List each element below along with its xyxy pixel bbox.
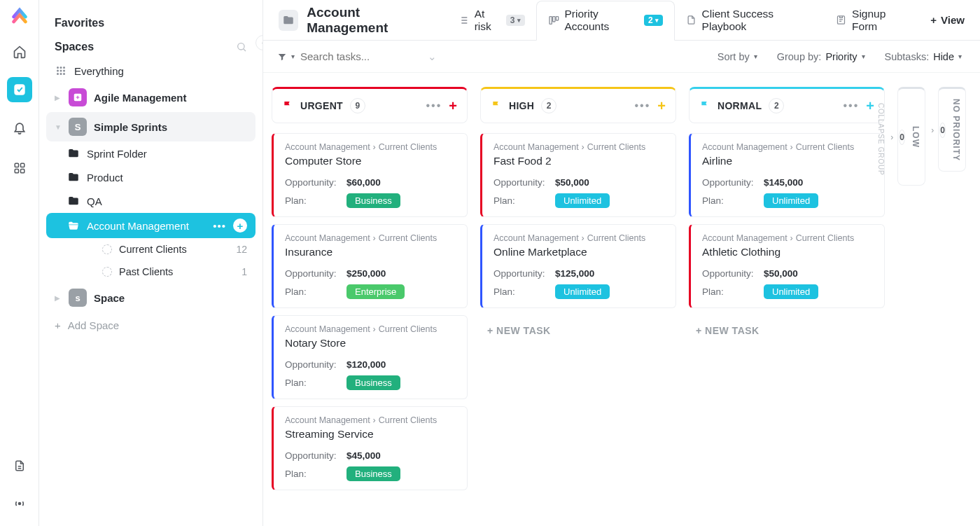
column-count: 0: [939, 123, 946, 138]
new-task-button[interactable]: + NEW TASK: [689, 315, 885, 346]
list-item[interactable]: Past Clients1: [46, 261, 255, 283]
space-label: Space: [94, 292, 125, 304]
group-by-button[interactable]: Group by:Priority▾: [767, 51, 875, 62]
column-add-icon[interactable]: +: [866, 98, 874, 114]
svg-point-14: [60, 73, 62, 75]
search-input[interactable]: [300, 50, 419, 62]
chevron-down-icon[interactable]: ⌄: [419, 51, 445, 62]
card-list: Account Management›Current Clients Airli…: [689, 133, 885, 346]
task-card[interactable]: Account Management›Current Clients Compu…: [272, 133, 468, 217]
tab-at-risk[interactable]: At risk 3▾: [447, 0, 536, 40]
app-logo[interactable]: [10, 7, 29, 27]
opportunity-value: $120,000: [346, 359, 386, 370]
add-space-label: Add Space: [68, 319, 119, 331]
task-card[interactable]: Account Management›Current Clients Athle…: [689, 224, 885, 308]
space-label: Simple Sprints: [94, 121, 167, 133]
tab-badge: 2: [648, 15, 653, 25]
search-icon[interactable]: [236, 41, 247, 53]
column-menu-icon[interactable]: •••: [844, 99, 860, 112]
svg-rect-1: [15, 163, 18, 167]
nav-docs-icon[interactable]: [7, 453, 32, 478]
nav-broadcast-icon[interactable]: [7, 491, 32, 516]
doc-icon: [686, 15, 696, 25]
collapse-label: COLLAPSE GROUP: [877, 103, 885, 175]
folder-account-management[interactable]: Account Management ••• +: [46, 213, 255, 238]
task-title: Notary Store: [285, 337, 457, 349]
svg-rect-18: [552, 17, 554, 22]
nav-apps-icon[interactable]: [7, 155, 32, 181]
svg-rect-4: [20, 169, 24, 173]
task-title: Computer Store: [285, 155, 457, 167]
board-column: NORMAL 2 ••• + Account Management›Curren…: [689, 87, 885, 526]
caret-icon: ▶: [55, 94, 62, 102]
add-space-button[interactable]: + Add Space: [46, 312, 255, 338]
task-card[interactable]: Account Management›Current Clients Strea…: [272, 406, 468, 490]
column-name: NORMAL: [718, 100, 762, 111]
sidebar-collapse-button[interactable]: ‹: [255, 35, 263, 50]
new-task-button[interactable]: + NEW TASK: [480, 315, 676, 346]
favorites-header[interactable]: Favorites: [46, 11, 255, 35]
list-icon: [458, 15, 469, 26]
tab-priority-accounts[interactable]: Priority Accounts 2▾: [536, 1, 675, 41]
filter-button[interactable]: ▾: [272, 52, 300, 62]
field-label: Plan:: [702, 195, 764, 206]
flag-icon: [282, 100, 293, 111]
space-agile[interactable]: ▶ Agile Management: [46, 83, 255, 112]
plan-badge: Unlimited: [764, 284, 818, 299]
column-add-icon[interactable]: +: [449, 98, 457, 114]
tab-client-success[interactable]: Client Success Playbook: [675, 0, 825, 40]
task-card[interactable]: Account Management›Current Clients Onlin…: [480, 224, 676, 308]
flag-icon: [699, 100, 710, 111]
space-simple-sprints[interactable]: ▼ S Simple Sprints: [46, 112, 255, 141]
list-icon: [102, 244, 112, 254]
folder-item[interactable]: Product: [46, 165, 255, 189]
field-label: Opportunity:: [285, 268, 346, 279]
field-label: Plan:: [493, 286, 555, 297]
nav-home-icon[interactable]: [7, 39, 32, 64]
task-title: Insurance: [285, 246, 457, 258]
nav-tasks-icon[interactable]: [7, 77, 32, 102]
column-collapsed[interactable]: NO PRIORITY 0 ›: [938, 87, 966, 526]
form-icon: [836, 15, 846, 25]
svg-point-6: [238, 43, 244, 50]
tab-badge: 3: [510, 15, 515, 25]
column-collapsed[interactable]: LOW 0 › COLLAPSE GROUP: [897, 87, 925, 526]
subtasks-button[interactable]: Subtasks:Hide▾: [875, 51, 972, 62]
sort-by-button[interactable]: Sort by▾: [708, 51, 767, 62]
field-label: Opportunity:: [285, 177, 346, 188]
column-header: HIGH 2 ••• +: [480, 87, 676, 123]
svg-point-9: [63, 67, 65, 69]
nav-notifications-icon[interactable]: [7, 115, 32, 140]
view-tabs: Account Management At risk 3▾ Priority A…: [263, 0, 980, 41]
page-title: Account Management: [269, 5, 447, 36]
task-title: Fast Food 2: [493, 155, 666, 167]
caret-down-icon: ▼: [55, 123, 62, 131]
folder-item[interactable]: Sprint Folder: [46, 141, 255, 165]
spaces-label: Spaces: [55, 41, 94, 53]
column-menu-icon[interactable]: •••: [426, 99, 442, 112]
column-add-icon[interactable]: +: [657, 98, 666, 114]
tab-signup-form[interactable]: Signup Form: [825, 0, 920, 40]
folder-item[interactable]: QA: [46, 189, 255, 213]
space-generic[interactable]: ▶ s Space: [46, 283, 255, 312]
svg-rect-3: [15, 169, 18, 173]
list-item[interactable]: Current Clients12: [46, 238, 255, 261]
column-menu-icon[interactable]: •••: [635, 99, 651, 112]
column-header: URGENT 9 ••• +: [272, 87, 468, 123]
folder-menu-icon[interactable]: •••: [213, 220, 226, 232]
spaces-header[interactable]: Spaces: [46, 35, 255, 59]
field-label: Plan:: [702, 286, 764, 297]
breadcrumb: Account Management›Current Clients: [493, 233, 666, 243]
column-count: 2: [769, 98, 784, 113]
add-view-button[interactable]: + View: [920, 14, 974, 26]
folder-add-icon[interactable]: +: [233, 219, 247, 233]
task-card[interactable]: Account Management›Current Clients Insur…: [272, 224, 468, 308]
plan-badge: Unlimited: [555, 193, 610, 208]
task-card[interactable]: Account Management›Current Clients Airli…: [689, 133, 885, 217]
folder-label: Account Management: [87, 220, 206, 232]
kanban-board: URGENT 9 ••• + Account Management›Curren…: [263, 73, 980, 526]
everything-item[interactable]: Everything: [46, 59, 255, 83]
task-card[interactable]: Account Management›Current Clients Fast …: [480, 133, 676, 217]
folder-open-icon: [67, 219, 80, 232]
task-card[interactable]: Account Management›Current Clients Notar…: [272, 315, 468, 399]
